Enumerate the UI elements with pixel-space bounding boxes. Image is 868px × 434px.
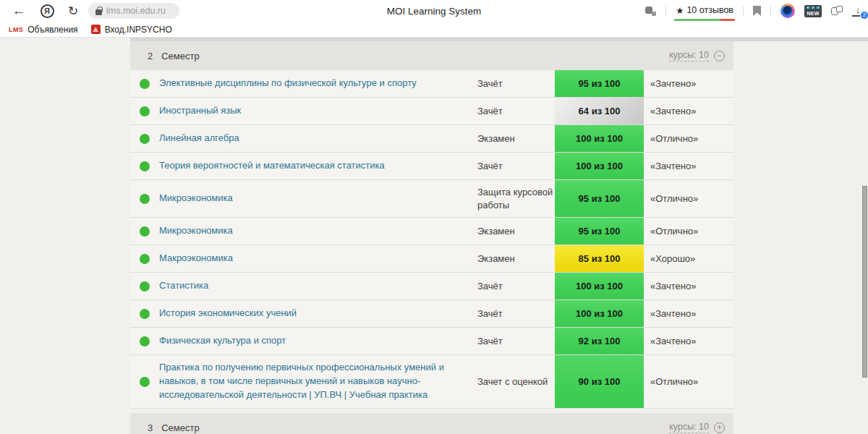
- lms-favicon: LMS: [9, 26, 23, 33]
- course-row: Линейная алгебра Экзамен 100 из 100 «Отл…: [130, 125, 733, 153]
- assessment-type: Зачёт: [477, 273, 555, 299]
- bookmark-item-inpsycho[interactable]: Вход.INPSYCHO: [88, 25, 175, 35]
- course-row: История экономических учений Зачёт 100 и…: [130, 300, 733, 328]
- grade-text: «Отлично»: [644, 125, 733, 152]
- semester-3-header: 3 Семестр курсы: 10 +: [130, 413, 733, 434]
- reviews-label: 10 отзывов: [686, 5, 733, 15]
- course-row: Микроэкономика Защита курсовой работы 95…: [130, 180, 733, 218]
- course-row: Практика по получению первичных професси…: [130, 355, 733, 409]
- course-row: Микроэкономика Экзамен 95 из 100 «Отличн…: [130, 218, 733, 245]
- status-bullet-icon: [140, 254, 150, 264]
- course-link[interactable]: Практика по получению первичных професси…: [159, 361, 470, 402]
- tab-groups-icon[interactable]: [831, 6, 843, 16]
- score-box: 92 из 100: [555, 328, 644, 354]
- semester-number: 3: [148, 422, 153, 433]
- course-row: Элективные дисциплины по физической куль…: [130, 70, 733, 98]
- grade-text: «Зачтено»: [644, 153, 733, 179]
- grade-text: «Зачтено»: [644, 328, 733, 354]
- address-bar[interactable]: lms.moi.edu.ru: [88, 3, 179, 19]
- assessment-type: Зачёт: [477, 98, 555, 124]
- course-row: Физическая культура и спорт Зачёт 92 из …: [130, 328, 733, 355]
- status-bullet-icon: [140, 134, 150, 144]
- course-row: Макроэкономика Экзамен 85 из 100 «Хорошо…: [130, 245, 733, 273]
- yandex-home-button[interactable]: Я: [38, 0, 56, 22]
- bookmark-item-announcements[interactable]: LMS Объявления: [6, 25, 81, 35]
- course-link[interactable]: Теория вероятностей и математическая ста…: [159, 159, 385, 173]
- expand-semester-button[interactable]: +: [714, 422, 725, 433]
- assessment-type: Защита курсовой работы: [477, 180, 555, 217]
- divider: [770, 6, 771, 17]
- bookmark-label: Объявления: [27, 25, 77, 35]
- course-link[interactable]: Макроэкономика: [159, 252, 233, 265]
- divider: [665, 6, 666, 17]
- page-title: MOI Learning System: [387, 0, 482, 22]
- assessment-type: Экзамен: [477, 245, 555, 272]
- status-bullet-icon: [140, 281, 150, 292]
- status-bullet-icon: [140, 336, 150, 346]
- grade-text: «Зачтено»: [644, 70, 733, 97]
- grade-text: «Отлично»: [644, 218, 733, 244]
- course-link[interactable]: Физическая культура и спорт: [159, 334, 286, 348]
- divider: [743, 6, 744, 17]
- grade-text: «Отлично»: [644, 355, 733, 408]
- semester-2-header: 2 Семестр курсы: 10 −: [130, 41, 733, 70]
- downloads-icon[interactable]: ↓ 2: [852, 5, 864, 17]
- assessment-type: Зачёт: [477, 300, 555, 327]
- score-box: 85 из 100: [555, 245, 644, 272]
- course-row: Теория вероятностей и математическая ста…: [130, 153, 733, 180]
- assessment-type: Зачёт: [477, 153, 555, 179]
- course-rows: Элективные дисциплины по физической куль…: [130, 70, 733, 409]
- yandex-logo-icon: Я: [41, 4, 54, 18]
- grade-text: «Зачтено»: [644, 273, 733, 299]
- password-manager-icon[interactable]: [645, 7, 656, 16]
- status-bullet-icon: [140, 79, 150, 89]
- bookmark-label: Вход.INPSYCHO: [105, 25, 172, 35]
- extension-icon[interactable]: [780, 4, 795, 18]
- status-bullet-icon: [140, 194, 150, 204]
- collapse-semester-button[interactable]: −: [714, 51, 725, 61]
- score-box: 100 из 100: [555, 273, 644, 299]
- reload-button[interactable]: ↻: [64, 0, 82, 22]
- semester-label: Семестр: [161, 422, 669, 433]
- assessment-type: Экзамен: [477, 218, 555, 244]
- back-button[interactable]: ←: [9, 0, 29, 22]
- inpsycho-favicon: [91, 25, 101, 34]
- score-box: 64 из 100: [555, 98, 644, 124]
- url-text: lms.moi.edu.ru: [106, 6, 166, 16]
- lock-icon: [95, 9, 102, 15]
- toolbar-right-cluster: ★ 10 отзывов NEW ↓ 2: [645, 0, 868, 22]
- status-bullet-icon: [140, 226, 150, 237]
- status-bullet-icon: [140, 161, 150, 171]
- assessment-type: Зачёт: [477, 328, 555, 354]
- score-box: 95 из 100: [555, 70, 644, 97]
- courses-count-link[interactable]: курсы: 10: [669, 50, 709, 61]
- rating-bar: [674, 19, 735, 21]
- assessment-type: Зачёт: [477, 70, 555, 97]
- course-link[interactable]: Микроэкономика: [159, 224, 233, 238]
- bookmarks-bar: LMS Объявления Вход.INPSYCHO: [0, 22, 868, 38]
- site-reviews-button[interactable]: ★ 10 отзывов: [676, 5, 733, 17]
- course-link[interactable]: Статистика: [159, 279, 208, 293]
- score-box: 100 из 100: [555, 300, 644, 327]
- grade-text: «Отлично»: [644, 180, 733, 217]
- vertical-scrollbar[interactable]: [862, 186, 867, 378]
- page-content: 2 Семестр курсы: 10 − Элективные дисципл…: [0, 38, 868, 434]
- course-link[interactable]: История экономических учений: [159, 307, 297, 320]
- course-link[interactable]: Линейная алгебра: [159, 132, 239, 145]
- grades-panel: 2 Семестр курсы: 10 − Элективные дисципл…: [130, 41, 733, 434]
- download-count-badge: 2: [860, 11, 868, 20]
- bookmark-icon[interactable]: [753, 6, 761, 16]
- course-link[interactable]: Элективные дисциплины по физической куль…: [159, 77, 417, 90]
- assessment-type: Экзамен: [477, 125, 555, 152]
- status-bullet-icon: [140, 106, 150, 116]
- course-link[interactable]: Микроэкономика: [159, 192, 233, 205]
- score-box: 95 из 100: [555, 180, 644, 217]
- course-link[interactable]: Иностранный язык: [159, 104, 241, 118]
- browser-toolbar: ← Я ↻ lms.moi.edu.ru MOI Learning System…: [0, 0, 868, 22]
- courses-count-link[interactable]: курсы: 10: [669, 422, 709, 433]
- new-tab-extension-icon[interactable]: NEW: [804, 5, 822, 17]
- semester-label: Семестр: [161, 51, 669, 61]
- status-bullet-icon: [140, 309, 150, 319]
- grade-text: «Хорошо»: [644, 245, 733, 272]
- status-bullet-icon: [140, 377, 150, 387]
